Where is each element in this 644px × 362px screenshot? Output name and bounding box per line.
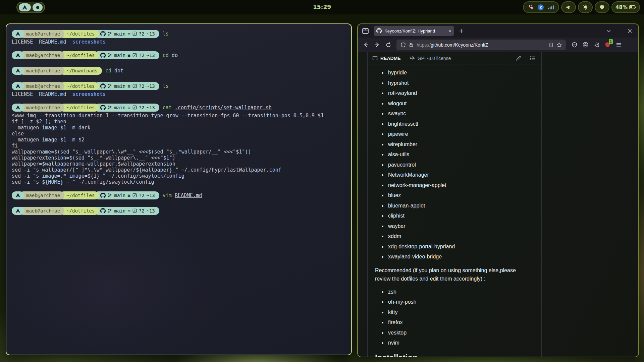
arch-logo-icon <box>12 67 24 75</box>
git-branch-icon <box>108 84 112 88</box>
terminal-output-line: swww img --transition-duration 1 --trans… <box>12 113 351 119</box>
prompt-git-segment: main≡?2~13 <box>94 191 159 199</box>
git-branch-icon <box>108 32 112 36</box>
list-all-tabs-icon[interactable] <box>606 28 611 34</box>
readme-tab[interactable]: README <box>380 56 401 61</box>
tracking-shield-icon[interactable] <box>400 42 406 48</box>
url-text[interactable]: https://github.com/Keyoonz/KonfiZ <box>417 42 546 48</box>
arch-logo-icon <box>12 191 24 199</box>
active-tab-underline <box>371 64 402 64</box>
new-tab-button[interactable] <box>459 28 464 34</box>
package-item: NetworkManager <box>387 170 535 180</box>
package-item: wireplumber <box>387 139 535 150</box>
prompt-dir-segment: ~/dotfiles <box>60 104 99 112</box>
terminal-blank-line <box>12 60 351 66</box>
lock-icon[interactable] <box>409 43 414 47</box>
git-edit-icon <box>132 53 137 57</box>
toolbar-extensions: 1 <box>572 42 622 48</box>
forward-icon[interactable] <box>374 42 380 48</box>
url-bar[interactable]: https://github.com/Keyoonz/KonfiZ <box>396 40 566 50</box>
recommended-item: nvim <box>387 338 535 348</box>
extensions-puzzle-icon[interactable] <box>594 42 599 48</box>
window-close-icon[interactable] <box>627 28 632 34</box>
terminal-blank-line <box>12 45 351 50</box>
prompt-user-segment: maeb@archmae <box>19 67 64 75</box>
terminal-prompt-line: maeb@archmae~/dotfilesmain≡?2~13cd do <box>12 51 351 59</box>
terminal-output-line: matugen image $1 -m $2 <box>12 137 351 143</box>
shield-check-icon[interactable] <box>572 42 577 48</box>
github-icon <box>100 53 106 58</box>
prompt-user-segment: maeb@archmae <box>19 82 64 90</box>
package-item: network-manager-applet <box>387 180 535 191</box>
prompt-user-segment: maeb@archmae <box>19 30 64 38</box>
menu-hamburger-icon[interactable] <box>616 42 622 48</box>
github-icon <box>100 208 106 214</box>
terminal-output-line: matugen image $1 -m dark <box>12 125 351 131</box>
bookmark-star-icon[interactable] <box>556 42 562 48</box>
navigation-toolbar: https://github.com/Keyoonz/KonfiZ 1 <box>358 38 638 52</box>
tab-github[interactable]: Keyoonz/KonfiZ: Hyprland × <box>374 26 454 36</box>
lightbulb-icon <box>582 4 588 10</box>
firefox-view-icon[interactable] <box>362 27 369 35</box>
brightness-button[interactable] <box>578 1 593 13</box>
tray-app-icon[interactable] <box>528 4 534 10</box>
terminal-command: cd do <box>163 52 178 58</box>
terminal-prompt-line: maeb@archmae~/dotfilesmain≡?2~13 <box>12 206 351 215</box>
package-item: waybar <box>387 221 535 232</box>
back-icon[interactable] <box>363 42 369 48</box>
arch-logo-icon <box>12 104 24 112</box>
terminal-blank-line <box>12 185 351 190</box>
license-tab[interactable]: GPL-3.0 license <box>418 56 451 61</box>
terminal-window[interactable]: maeb@archmae~/dotfilesmain≡?2~13lsLICENS… <box>6 23 352 355</box>
system-tray[interactable] <box>523 1 559 13</box>
ublock-extension-icon[interactable]: 1 <box>605 42 610 48</box>
signal-strength-icon[interactable] <box>548 5 554 10</box>
terminal-output-line: wallpaper=$wallpapername-wallpaper.$wall… <box>12 161 351 167</box>
prompt-git-segment: main≡?2~13 <box>94 51 159 59</box>
package-item: xdg-desktop-portal-hyprland <box>387 242 535 252</box>
package-item: rofi-wayland <box>387 88 535 99</box>
volume-button[interactable] <box>561 1 576 13</box>
firefox-window[interactable]: Keyoonz/KonfiZ: Hyprland × <box>357 23 639 357</box>
git-edit-icon <box>132 208 137 213</box>
installation-heading: Installation <box>375 353 535 357</box>
tab-title: Keyoonz/KonfiZ: Hyprland <box>384 28 446 34</box>
edit-pencil-icon[interactable] <box>516 56 521 61</box>
terminal-output-line: LICENSE README.md screenshots <box>12 91 351 97</box>
terminal-output-line: LICENSE README.md screenshots <box>12 39 351 45</box>
terminal-command: ls <box>163 83 169 89</box>
git-edit-icon <box>132 105 137 110</box>
battery-indicator[interactable]: 48% <box>611 1 640 13</box>
account-icon[interactable] <box>583 42 588 48</box>
prompt-git-segment: main≡?2~13 <box>94 207 159 215</box>
git-edit-icon <box>132 84 137 88</box>
terminal-prompt-line: maeb@archmae~/dotfilesmain≡?2~13vim READ… <box>12 191 351 199</box>
terminal-output-line: fi <box>12 143 351 149</box>
package-item: wlogout <box>387 99 535 109</box>
tab-bar: Keyoonz/KonfiZ: Hyprland × <box>358 24 638 38</box>
arch-logo-icon <box>12 51 24 59</box>
arch-logo-icon <box>12 207 24 215</box>
favorites-button[interactable] <box>595 1 609 13</box>
outline-list-icon[interactable] <box>530 56 535 61</box>
terminal-command: ls <box>163 31 169 37</box>
package-item: pipewire <box>387 129 535 139</box>
prompt-user-segment: maeb@archmae <box>19 104 64 112</box>
heart-icon <box>599 4 605 10</box>
reader-mode-icon[interactable] <box>549 43 553 47</box>
prompt-dir-segment: ~/dotfiles <box>60 82 99 90</box>
terminal-output-line: else <box>12 131 351 137</box>
bluetooth-icon[interactable] <box>538 4 544 10</box>
recommended-item: vesktop <box>387 328 535 338</box>
package-item: hyprshot <box>387 78 535 88</box>
reload-icon[interactable] <box>385 42 391 48</box>
git-branch-icon <box>108 193 112 197</box>
prompt-dir-segment: ~/Downloads <box>60 67 102 75</box>
tray-cluster: 48% <box>523 1 640 13</box>
extension-badge: 1 <box>609 39 613 44</box>
package-item: blueman-applet <box>387 201 535 211</box>
tab-close-icon[interactable]: × <box>448 28 451 34</box>
url-protocol: https:// <box>417 42 431 48</box>
github-icon <box>100 31 106 37</box>
terminal-output-line: sed -i "s_image=.*_image=${1}_" ~/.confi… <box>12 173 351 179</box>
